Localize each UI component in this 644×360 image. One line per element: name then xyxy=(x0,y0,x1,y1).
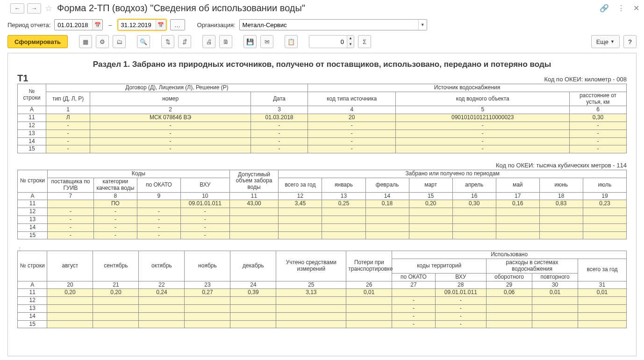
table-1: № строки Договор (Д), Лицензия (Л), Реше… xyxy=(17,84,627,153)
hdr-contract: Договор (Д), Лицензия (Л), Решение (Р) xyxy=(46,84,308,92)
hdr-okato: по ОКАТО xyxy=(137,178,180,192)
calendar-icon[interactable]: 📅 xyxy=(156,20,166,30)
hdr-jul: июль xyxy=(583,178,626,192)
hdr-terr: коды территорий xyxy=(392,259,487,274)
hdr-nov: ноябрь xyxy=(185,251,230,281)
col-numbers-row: A 2021 2223 2425 2627 2829 3031 xyxy=(18,281,627,289)
hdr-received: Забрано или получено по периодам xyxy=(279,170,627,178)
table-row[interactable]: 12---- xyxy=(18,208,627,216)
hdr-aug: август xyxy=(47,251,93,281)
hdr-jan: январь xyxy=(322,178,365,192)
hdr-turn: оборотного xyxy=(487,273,532,281)
save-icon[interactable]: 💾 xyxy=(243,35,257,48)
table-icon[interactable]: ▦ xyxy=(79,35,92,48)
table-row[interactable]: 11ПО09.01.01.01143,003,450,250,180,200,3… xyxy=(18,200,627,208)
hdr-date: Дата xyxy=(251,92,308,106)
hdr-srccode: код типа источника xyxy=(308,92,396,106)
hdr-dist: расстояние от устья, км xyxy=(569,92,626,106)
table-row[interactable]: 13-- xyxy=(18,304,627,312)
mail-icon[interactable]: ✉ xyxy=(260,35,273,48)
col-numbers-row: A 12 34 56 xyxy=(18,106,627,114)
org-select[interactable]: ▼ xyxy=(239,19,427,30)
table-row[interactable]: 14------ xyxy=(18,137,627,145)
favorite-icon[interactable]: ☆ xyxy=(45,3,52,14)
org-input[interactable] xyxy=(240,22,418,29)
hdr-measured: Учтено средствами измерений xyxy=(276,251,346,281)
table-row[interactable]: 15-- xyxy=(18,320,627,328)
table-row[interactable]: 12------ xyxy=(18,122,627,130)
hdr-loss: Потери при транспортировке xyxy=(346,251,392,281)
chevron-down-icon[interactable]: ▼ xyxy=(418,20,427,30)
period-label: Период отчета: xyxy=(7,22,50,29)
close-icon[interactable]: ✕ xyxy=(633,4,639,13)
hdr-rownum: № строки xyxy=(18,84,46,106)
variants-icon[interactable]: 🗂 xyxy=(113,35,126,48)
table-2: № строки Коды Допустимый объем забора во… xyxy=(17,170,627,239)
period-picker-button[interactable]: … xyxy=(170,19,185,30)
hdr-oct: октябрь xyxy=(139,251,185,281)
settings-icon[interactable]: ⚙ xyxy=(96,35,109,48)
period-dash: – xyxy=(108,22,112,29)
date-to-input[interactable] xyxy=(118,22,156,29)
table-row[interactable]: 110,200,200,240,270,393,130,0109.01.01.0… xyxy=(18,289,627,297)
hdr-used: Использовано xyxy=(392,251,627,259)
hdr-type: тип (Д, Л, Р) xyxy=(46,92,90,106)
link-icon[interactable]: 🔗 xyxy=(600,4,609,13)
hdr-rownum: № строки xyxy=(18,170,48,192)
nav-fwd-button[interactable]: → xyxy=(27,3,41,14)
table-row[interactable]: 13------ xyxy=(18,130,627,137)
col-numbers-row: A 78 910 1112 1314 1516 1718 19 xyxy=(18,192,627,200)
hdr-sep: сентябрь xyxy=(93,251,139,281)
hdr-vhu: ВХУ xyxy=(180,178,229,192)
hdr-jun: июнь xyxy=(539,178,583,192)
preview-icon[interactable]: 🗎 xyxy=(219,35,232,48)
date-from-input[interactable] xyxy=(55,22,92,29)
hdr-rownum: № строки xyxy=(18,251,47,281)
nav-back-button[interactable]: ← xyxy=(10,3,24,14)
table-row[interactable]: 12-- xyxy=(18,297,627,305)
hdr-dec: декабрь xyxy=(230,251,276,281)
table-row[interactable]: 14---- xyxy=(18,223,627,231)
search-icon[interactable]: 🔍 xyxy=(137,35,150,48)
org-label: Организация: xyxy=(197,22,236,29)
hdr-watercode: код водного объекта xyxy=(396,92,569,106)
help-button[interactable]: ? xyxy=(623,35,637,48)
table-row[interactable]: 11ЛМСК 078646 ВЭ01.03.201820090101010121… xyxy=(18,114,627,122)
hdr-number: номер xyxy=(90,92,251,106)
calendar-icon[interactable]: 📅 xyxy=(92,20,102,30)
hdr-feb: февраль xyxy=(365,178,409,192)
hdr-supplier: поставщика по ГУИВ xyxy=(47,178,93,192)
okei-2: Код по ОКЕИ: тысяча кубических метров - … xyxy=(17,162,627,169)
table-row[interactable]: 15------ xyxy=(18,145,627,153)
date-to-field[interactable]: 📅 xyxy=(118,19,166,30)
collapse-icon[interactable]: ⇵ xyxy=(178,35,191,48)
kebab-icon[interactable]: ⋮ xyxy=(617,4,625,13)
date-from-field[interactable]: 📅 xyxy=(54,19,103,30)
titlebar: ← → ☆ Форма 2-ТП (водхоз) "Сведения об и… xyxy=(0,0,644,15)
table-row[interactable]: 14-- xyxy=(18,312,627,320)
sigma-icon[interactable]: Σ xyxy=(358,35,371,48)
table-code-t1: Т1 xyxy=(17,73,28,84)
spin-up[interactable]: ▲ xyxy=(347,36,354,42)
generate-button[interactable]: Сформировать xyxy=(7,35,68,48)
hdr-allowed: Допустимый объем забора воды xyxy=(229,170,279,192)
spin-down[interactable]: ▼ xyxy=(347,42,354,48)
hdr-apr: апрель xyxy=(452,178,496,192)
page-title: Форма 2-ТП (водхоз) "Сведения об использ… xyxy=(57,3,305,14)
table-row[interactable]: 15---- xyxy=(18,231,627,239)
hdr-may: май xyxy=(496,178,539,192)
table-row[interactable]: 13---- xyxy=(18,216,627,223)
report-view[interactable]: Раздел 1. Забрано из природных источнико… xyxy=(7,53,637,356)
more-button[interactable]: Еще▼ xyxy=(591,35,620,48)
hdr-source: Источник водоснабжения xyxy=(308,84,626,92)
section-title: Раздел 1. Забрано из природных источнико… xyxy=(17,58,627,73)
okei-1: Код по ОКЕИ: километр - 008 xyxy=(544,76,627,83)
hdr-qcat: категории качества воды xyxy=(93,178,137,192)
hdr-vhu: ВХУ xyxy=(435,273,487,281)
copy-icon[interactable]: 📋 xyxy=(285,35,298,48)
hdr-total: всего за год xyxy=(279,178,322,192)
print-icon[interactable]: 🖨 xyxy=(202,35,215,48)
spin-input[interactable] xyxy=(309,38,347,45)
expand-icon[interactable]: ⇅ xyxy=(161,35,174,48)
spin-field[interactable]: ▲▼ xyxy=(309,35,354,48)
